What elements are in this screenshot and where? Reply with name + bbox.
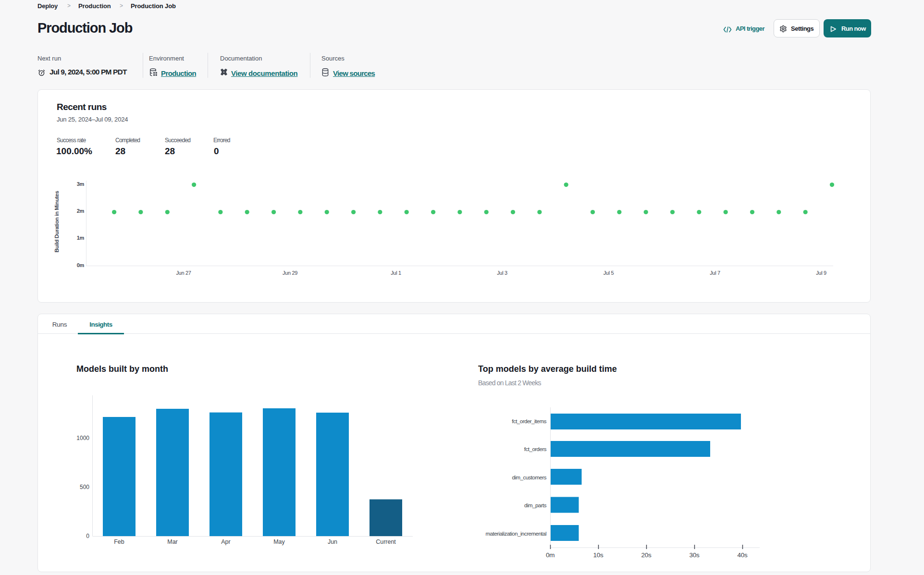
svg-text:40s: 40s — [738, 551, 748, 559]
svg-text:dim_parts: dim_parts — [524, 502, 547, 508]
svg-text:1m: 1m — [77, 235, 85, 241]
svg-text:Build Duration in Minutes: Build Duration in Minutes — [54, 191, 60, 252]
svg-text:Feb: Feb — [114, 538, 124, 545]
svg-text:Jul 9: Jul 9 — [816, 270, 826, 276]
svg-text:Apr: Apr — [221, 538, 230, 545]
svg-text:20s: 20s — [641, 551, 652, 559]
svg-text:Jul 7: Jul 7 — [710, 270, 720, 276]
svg-text:0m: 0m — [77, 262, 85, 268]
svg-text:Current: Current — [376, 538, 396, 545]
svg-text:Mar: Mar — [167, 538, 178, 545]
svg-text:Jun 29: Jun 29 — [283, 270, 297, 276]
svg-text:500: 500 — [80, 484, 89, 490]
svg-text:Jun: Jun — [328, 538, 337, 545]
svg-text:fct_orders: fct_orders — [524, 446, 547, 452]
svg-text:1000: 1000 — [76, 435, 89, 441]
svg-text:10s: 10s — [593, 551, 604, 559]
svg-text:Jul 5: Jul 5 — [604, 270, 614, 276]
svg-text:0: 0 — [86, 533, 89, 539]
svg-text:Jun 27: Jun 27 — [176, 270, 191, 276]
svg-text:May: May — [273, 538, 285, 545]
svg-text:fct_order_items: fct_order_items — [512, 418, 547, 424]
svg-text:dim_customers: dim_customers — [512, 475, 547, 480]
svg-text:0m: 0m — [546, 551, 554, 559]
svg-text:Jul 3: Jul 3 — [497, 270, 507, 276]
svg-text:30s: 30s — [690, 551, 700, 559]
svg-text:materialization_incremental: materialization_incremental — [486, 531, 546, 537]
svg-text:3m: 3m — [77, 181, 85, 187]
svg-text:2m: 2m — [77, 208, 85, 214]
svg-text:Jul 1: Jul 1 — [391, 270, 401, 276]
